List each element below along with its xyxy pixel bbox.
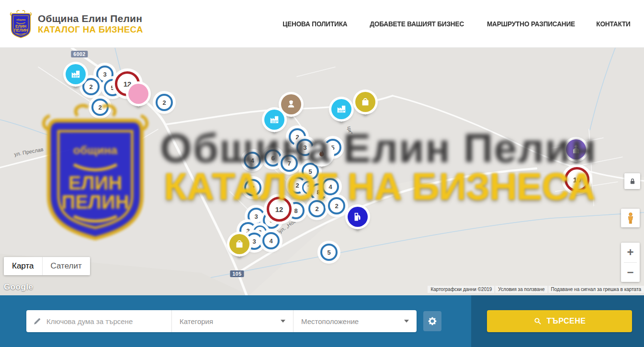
cluster-marker[interactable]: 12 — [267, 197, 292, 222]
bag-icon — [355, 92, 375, 112]
map-container[interactable]: 325122223564752278412822333834510 600210… — [0, 48, 644, 295]
search-button[interactable]: ТЪРСЕНЕ — [487, 310, 632, 332]
cluster-marker[interactable]: 4 — [262, 232, 280, 249]
svg-text:община: община — [16, 18, 25, 21]
map-type-satellite-button[interactable]: Сателит — [42, 257, 90, 275]
category-pin-bag[interactable] — [229, 234, 249, 254]
lock-icon — [628, 177, 637, 186]
bag-icon — [229, 234, 249, 254]
chevron-down-icon — [281, 320, 285, 323]
brand-title: Община Елин Пелин — [38, 13, 143, 24]
cluster-marker[interactable]: 2 — [308, 200, 326, 217]
cluster-marker[interactable]: 4 — [244, 152, 261, 169]
lock-button[interactable] — [624, 173, 640, 189]
cluster-marker[interactable]: 6 — [264, 149, 282, 167]
category-pin-church[interactable] — [566, 139, 586, 159]
cluster-marker[interactable]: 3 — [296, 139, 314, 156]
nav-pricing[interactable]: ЦЕНОВА ПОЛИТИКА — [282, 20, 347, 28]
cluster-marker[interactable]: 5 — [320, 244, 338, 261]
cluster-marker[interactable]: 2 — [328, 197, 345, 214]
attribution-terms-link[interactable]: Условия за ползване — [495, 286, 547, 293]
category-pin-factory[interactable] — [66, 64, 86, 84]
cluster-marker[interactable]: 2 — [156, 94, 173, 111]
road-label: 6002 — [71, 51, 88, 57]
keyword-section — [26, 310, 171, 332]
category-pin-factory[interactable] — [264, 110, 284, 130]
map-type-map-button[interactable]: Карта — [4, 257, 42, 275]
category-pin-fuel[interactable] — [348, 207, 368, 227]
fuel-icon — [348, 207, 368, 227]
search-button-label: ТЪРСЕНЕ — [547, 317, 586, 325]
factory-icon — [264, 110, 284, 130]
svg-text:ПЕЛИН: ПЕЛИН — [14, 28, 28, 32]
pencil-icon — [33, 317, 42, 325]
location-select[interactable]: Местоположение — [293, 310, 417, 332]
cluster-marker[interactable]: 10 — [565, 167, 589, 192]
search-panel: ТЪРСЕНЕ — [471, 295, 644, 347]
cluster-marker[interactable]: 2 — [91, 99, 109, 116]
category-pin-factory[interactable] — [331, 99, 351, 119]
municipality-crest-icon: община ЕЛИН ПЕЛИН — [10, 10, 32, 38]
cluster-marker[interactable]: 2 — [244, 179, 261, 196]
cluster-marker[interactable]: 7 — [281, 155, 298, 172]
search-group: Категория Местоположение — [26, 310, 417, 332]
keyword-input[interactable] — [46, 317, 167, 325]
category-select[interactable]: Категория — [171, 310, 293, 332]
factory-icon — [331, 99, 351, 119]
pink-icon — [128, 84, 148, 104]
site-header: община ЕЛИН ПЕЛИН Община Елин Пелин КАТА… — [0, 0, 644, 48]
cluster-marker[interactable]: 5 — [302, 163, 319, 180]
attribution-data: Картографски данни ©2019 — [428, 286, 495, 293]
google-logo[interactable]: Google — [4, 282, 34, 292]
nav-add-business[interactable]: ДОБАВЕТЕ ВАШИЯТ БИЗНЕС — [370, 20, 464, 28]
nav-contacts[interactable]: КОНТАКТИ — [596, 20, 630, 28]
attribution-report-link[interactable]: Подаване на сигнал за грешка в картата — [548, 286, 644, 293]
category-pin-pink[interactable] — [128, 84, 148, 104]
map-attribution: Картографски данни ©2019 Условия за полз… — [428, 286, 644, 293]
search-bar: Категория Местоположение ТЪРСЕНЕ — [0, 295, 644, 347]
map-type-control: Карта Сателит — [4, 257, 90, 275]
zoom-in-button[interactable]: + — [621, 243, 640, 262]
chevron-down-icon — [404, 320, 409, 323]
road-label: 105 — [230, 270, 244, 277]
search-icon — [533, 317, 542, 325]
category-pin-flame[interactable] — [312, 144, 332, 164]
site-logo[interactable]: община ЕЛИН ПЕЛИН Община Елин Пелин КАТА… — [10, 10, 143, 38]
main-nav: ЦЕНОВА ПОЛИТИКА ДОБАВЕТЕ ВАШИЯТ БИЗНЕС М… — [281, 20, 644, 28]
svg-text:ЕЛИН: ЕЛИН — [15, 24, 26, 28]
brand-subtitle: КАТАЛОГ НА БИЗНЕСА — [38, 24, 143, 34]
pegman-control[interactable] — [621, 209, 640, 227]
pegman-icon — [625, 212, 636, 224]
nav-transport-schedule[interactable]: МАРШРУТНО РАЗПИСАНИЕ — [487, 20, 575, 28]
location-select-value: Местоположение — [301, 317, 400, 325]
category-select-value: Категория — [180, 317, 277, 325]
factory-icon — [66, 64, 86, 84]
cluster-marker[interactable]: 4 — [322, 178, 339, 195]
gear-icon — [427, 316, 438, 326]
flame-icon — [312, 144, 332, 164]
category-pin-bag[interactable] — [355, 92, 375, 112]
advanced-settings-button[interactable] — [423, 311, 441, 331]
zoom-out-button[interactable]: − — [621, 263, 640, 282]
zoom-control: + − — [621, 243, 640, 282]
church-icon — [566, 139, 586, 159]
